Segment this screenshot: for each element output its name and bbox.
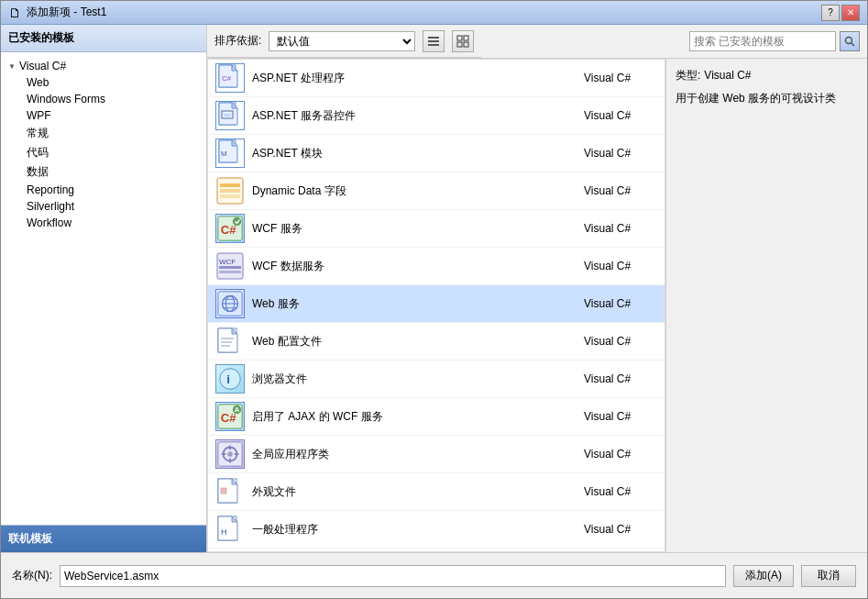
tree-arrow-icon: ▼ <box>8 62 16 71</box>
general-label: 常规 <box>27 126 49 141</box>
template-name: 一般处理程序 <box>252 522 584 538</box>
sidebar-item-reporting[interactable]: Reporting <box>1 182 206 198</box>
code-label: 代码 <box>27 145 49 161</box>
template-type: Visual C# <box>584 222 657 235</box>
sort-label: 排序依据: <box>214 33 261 49</box>
template-type: Visual C# <box>584 297 657 310</box>
svg-text:A: A <box>235 405 240 414</box>
sidebar-item-data[interactable]: 数据 <box>1 162 206 182</box>
sidebar-item-windows-forms[interactable]: Windows Forms <box>1 91 206 107</box>
template-row[interactable]: C# WCF 服务 Visual C# <box>208 210 665 248</box>
template-name: 外观文件 <box>252 484 584 500</box>
generic-handler-icon: H <box>215 515 245 544</box>
web-config-icon <box>215 327 245 356</box>
svg-point-28 <box>233 217 241 226</box>
cancel-button[interactable]: 取消 <box>801 565 856 587</box>
top-row: 排序依据: 默认值 名称 类型 日期 <box>207 25 867 59</box>
sidebar-item-code[interactable]: 代码 <box>1 143 206 162</box>
svg-line-8 <box>852 43 855 47</box>
data-label: 数据 <box>27 164 49 180</box>
info-panel: 类型: Visual C# 用于创建 Web 服务的可视设计类 <box>665 59 867 552</box>
grid-view-button[interactable] <box>452 30 474 52</box>
template-row[interactable]: i 浏览器文件 Visual C# <box>208 361 665 398</box>
template-name: ASP.NET 服务器控件 <box>252 108 584 124</box>
filename-input[interactable] <box>60 565 726 587</box>
svg-text:C#: C# <box>222 74 232 83</box>
ajax-wcf-icon: C# A <box>215 402 245 431</box>
installed-templates-header: 已安装的模板 <box>1 25 206 52</box>
templates-area: C# ASP.NET 处理程序 Visual C# <box>207 59 867 552</box>
search-button[interactable] <box>840 31 860 51</box>
search-input[interactable] <box>689 31 836 51</box>
info-description: 用于创建 Web 服务的可视设计类 <box>676 91 858 106</box>
aspnet-servercontrol-icon <box>215 101 245 130</box>
add-button[interactable]: 添加(A) <box>733 565 794 587</box>
template-row[interactable]: C# ASP.NET 处理程序 Visual C# <box>208 60 665 97</box>
template-name: ASP.NET 模块 <box>252 146 584 161</box>
main-panel: 排序依据: 默认值 名称 类型 日期 <box>207 25 867 552</box>
svg-text:WCF: WCF <box>219 258 236 266</box>
help-button[interactable]: ? <box>821 5 840 21</box>
svg-rect-0 <box>428 37 439 39</box>
silverlight-label: Silverlight <box>27 200 74 213</box>
aspnet-handler-icon: C# <box>215 63 245 93</box>
template-name: Dynamic Data 字段 <box>252 183 584 199</box>
svg-rect-23 <box>220 183 240 187</box>
sidebar-item-general[interactable]: 常规 <box>1 124 206 143</box>
svg-rect-4 <box>464 36 468 40</box>
template-type: Visual C# <box>584 448 657 460</box>
template-row-web-service[interactable]: Web 服务 Visual C# <box>208 285 665 323</box>
list-view-button[interactable] <box>423 30 445 52</box>
svg-text:M: M <box>221 150 227 158</box>
svg-rect-2 <box>428 44 439 46</box>
svg-rect-24 <box>220 189 240 193</box>
template-type: Visual C# <box>584 335 657 348</box>
wcf-service-icon: C# <box>215 214 245 243</box>
template-name: Web 服务 <box>252 296 584 312</box>
template-row[interactable]: H 一般处理程序 Visual C# <box>208 511 665 549</box>
wpf-label: WPF <box>27 109 51 122</box>
svg-rect-32 <box>219 271 241 273</box>
template-type: Visual C# <box>584 184 657 197</box>
svg-rect-61 <box>221 488 226 494</box>
toolbar: 排序依据: 默认值 名称 类型 日期 <box>207 25 481 58</box>
template-type: Visual C# <box>584 147 657 160</box>
grid-view-icon <box>456 35 469 48</box>
template-row[interactable]: 全局应用程序类 Visual C# <box>208 436 665 473</box>
sidebar-item-visual-csharp[interactable]: ▼ Visual C# <box>1 58 206 74</box>
svg-point-7 <box>846 38 852 44</box>
web-label: Web <box>27 76 49 89</box>
sidebar-item-web[interactable]: Web <box>1 74 206 91</box>
template-row[interactable]: C# A 启用了 AJAX 的 WCF 服务 Visual C# <box>208 398 665 436</box>
svg-text:H: H <box>221 527 227 537</box>
title-bar-left: 🗋 添加新项 - Test1 <box>8 5 106 20</box>
dynamic-data-icon <box>215 176 245 205</box>
template-row[interactable]: WCF WCF 数据服务 Visual C# <box>208 248 665 285</box>
svg-rect-31 <box>219 266 241 269</box>
template-row[interactable]: ASP.NET 服务器控件 Visual C# <box>208 97 665 135</box>
type-row: 类型: Visual C# <box>676 68 858 83</box>
svg-rect-25 <box>220 194 240 198</box>
template-name: ASP.NET 处理程序 <box>252 71 584 86</box>
template-row[interactable]: M ASP.NET 模块 Visual C# <box>208 135 665 172</box>
global-app-icon <box>215 439 245 469</box>
sidebar-tree: ▼ Visual C# Web Windows Forms WPF 常规 代码 <box>1 52 206 525</box>
type-prefix: 类型: <box>676 68 700 83</box>
search-area <box>682 31 867 51</box>
template-row[interactable]: 外观文件 Visual C# <box>208 473 665 511</box>
template-name: WCF 数据服务 <box>252 259 584 274</box>
sidebar-item-workflow[interactable]: Workflow <box>1 215 206 231</box>
sidebar-item-wpf[interactable]: WPF <box>1 107 206 124</box>
svg-rect-3 <box>457 36 462 40</box>
browser-file-icon: i <box>215 364 245 394</box>
title-bar-buttons: ? ✕ <box>821 5 860 21</box>
sort-select[interactable]: 默认值 名称 类型 日期 <box>269 31 415 51</box>
visual-csharp-label: Visual C# <box>19 60 66 72</box>
close-button[interactable]: ✕ <box>841 5 860 21</box>
template-type: Visual C# <box>584 72 657 84</box>
template-row[interactable]: Dynamic Data 字段 Visual C# <box>208 172 665 210</box>
workflow-label: Workflow <box>27 216 71 229</box>
sidebar: 已安装的模板 ▼ Visual C# Web Windows Forms WPF… <box>1 25 207 552</box>
sidebar-item-silverlight[interactable]: Silverlight <box>1 198 206 215</box>
template-row[interactable]: Web 配置文件 Visual C# <box>208 323 665 361</box>
